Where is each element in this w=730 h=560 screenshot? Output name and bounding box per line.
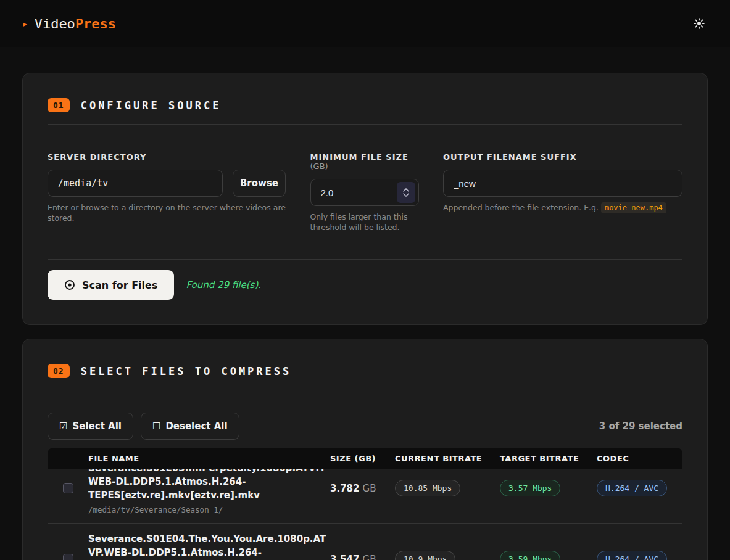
file-path: /media/tv/Severance/Season 1/ [88,505,330,514]
output-suffix-field-group: OUTPUT FILENAME SUFFIX Appended before t… [443,152,682,233]
app-logo: ▸ VideoPress [22,16,116,31]
column-header-codec: CODEC [597,454,682,463]
select-files-header: 02 SELECT FILES TO COMPRESS [48,364,682,378]
section-divider [48,390,682,390]
logo-text-primary: Video [35,16,75,31]
source-form: SERVER DIRECTORY Browse Enter or browse … [48,152,682,233]
file-name: Severance.S01E03.In.Perpetuity.1080p.ATV… [88,469,330,502]
column-header-target-bitrate: TARGET BITRATE [500,454,597,463]
table-row[interactable]: Severance.S01E03.In.Perpetuity.1080p.ATV… [48,469,682,524]
output-suffix-help: Appended before the file extension. E.g.… [443,202,682,213]
main-content: 01 CONFIGURE SOURCE SERVER DIRECTORY Bro… [0,47,730,560]
selection-status: 3 of 29 selected [599,421,682,432]
column-header-current-bitrate: CURRENT BITRATE [395,454,500,463]
logo-arrow-icon: ▸ [22,18,28,30]
select-all-button[interactable]: ☑ Select All [48,413,133,440]
configure-source-header: 01 CONFIGURE SOURCE [48,98,682,112]
server-directory-help: Enter or browse to a directory on the se… [48,202,286,223]
checked-box-icon: ☑ [59,421,67,432]
codec-badge: H.264 / AVC [597,551,667,560]
filename-example-pill: movie_new.mp4 [601,202,666,213]
deselect-all-button[interactable]: ☐ Deselect All [141,413,239,440]
file-size-value: 3.782 [330,483,359,494]
table-row[interactable]: Severance.S01E04.The.You.You.Are.1080p.A… [48,524,682,560]
column-header-file-name: FILE NAME [88,454,330,463]
section-divider [48,124,682,125]
scan-icon [64,279,75,290]
step-badge-01: 01 [48,98,70,112]
chevron-up-icon [403,188,409,192]
codec-badge: H.264 / AVC [597,480,667,496]
scan-for-files-button[interactable]: Scan for Files [48,270,174,300]
output-suffix-label: OUTPUT FILENAME SUFFIX [443,152,682,162]
top-bar: ▸ VideoPress [0,0,730,47]
configure-source-card: 01 CONFIGURE SOURCE SERVER DIRECTORY Bro… [22,73,708,325]
number-stepper[interactable] [397,182,415,203]
server-directory-field-group: SERVER DIRECTORY Browse Enter or browse … [48,152,286,233]
min-file-size-label: MINIMUM FILE SIZE (GB) [310,152,419,171]
file-size-unit: GB [363,483,376,494]
target-bitrate-badge: 3.59 Mbps [500,551,560,560]
row-checkbox[interactable] [63,554,73,560]
server-directory-input[interactable] [48,170,223,197]
scan-result-text: Found 29 file(s). [186,279,261,290]
min-file-size-unit: (GB) [310,162,328,171]
logo-text-accent: Press [75,16,116,31]
select-files-title: SELECT FILES TO COMPRESS [81,365,292,377]
row-checkbox[interactable] [63,483,73,493]
select-files-card: 02 SELECT FILES TO COMPRESS ☑ Select All… [22,339,708,560]
target-bitrate-badge: 3.57 Mbps [500,480,560,496]
file-size-value: 3.547 [330,554,359,560]
configure-source-title: CONFIGURE SOURCE [81,99,222,112]
table-body: Severance.S01E03.In.Perpetuity.1080p.ATV… [48,469,682,560]
form-divider [48,259,682,260]
file-table: FILE NAME SIZE (GB) CURRENT BITRATE TARG… [48,448,682,560]
server-directory-label: SERVER DIRECTORY [48,152,286,162]
theme-toggle-button[interactable] [691,15,708,32]
table-header-row: FILE NAME SIZE (GB) CURRENT BITRATE TARG… [48,448,682,469]
unchecked-box-icon: ☐ [152,421,160,432]
step-badge-02: 02 [48,364,70,378]
file-name: Severance.S01E04.The.You.You.Are.1080p.A… [88,532,330,560]
min-file-size-field-group: MINIMUM FILE SIZE (GB) Only files larger… [310,152,419,233]
chevron-down-icon [403,193,409,197]
browse-button[interactable]: Browse [233,170,286,197]
current-bitrate-badge: 10.85 Mbps [395,480,460,496]
current-bitrate-badge: 10.9 Mbps [395,551,455,560]
output-suffix-input[interactable] [443,170,682,197]
min-file-size-help: Only files larger than this threshold wi… [310,212,419,233]
file-size-unit: GB [363,554,376,560]
column-header-size: SIZE (GB) [330,454,395,463]
sun-icon [694,18,705,29]
